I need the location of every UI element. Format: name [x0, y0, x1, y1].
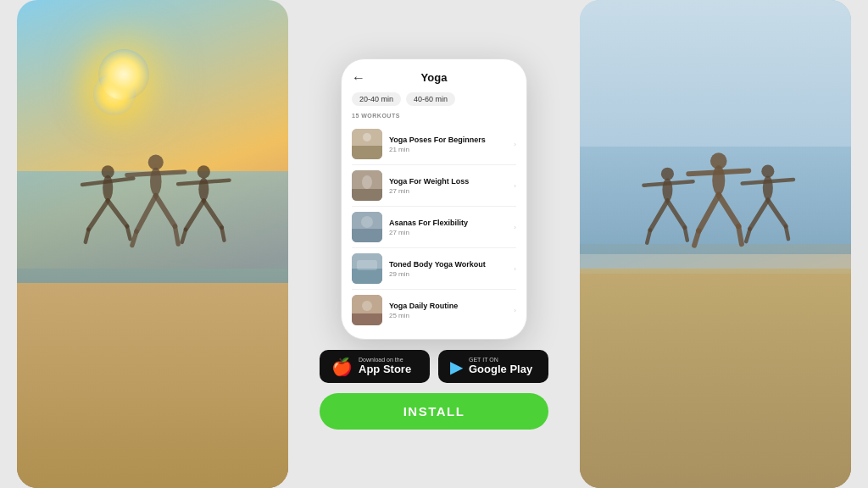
- svg-line-25: [650, 201, 667, 230]
- left-side-image: [17, 0, 288, 488]
- svg-line-30: [688, 171, 748, 175]
- center-content: ← Yoga 20-40 min 40-60 min 15 WORKOUTS: [320, 58, 548, 430]
- svg-rect-55: [352, 313, 382, 325]
- svg-rect-43: [352, 146, 382, 159]
- svg-line-34: [694, 231, 698, 246]
- svg-line-4: [89, 201, 108, 230]
- app-store-subtitle: Download on the: [359, 357, 411, 363]
- svg-line-32: [698, 195, 718, 230]
- svg-line-31: [719, 195, 738, 226]
- svg-point-0: [103, 175, 113, 201]
- app-store-name: App Store: [359, 363, 411, 376]
- phone-mockup: ← Yoga 20-40 min 40-60 min 15 WORKOUTS: [341, 58, 527, 340]
- phone-title: Yoga: [421, 71, 448, 84]
- right-side-image: [580, 0, 851, 488]
- svg-line-33: [738, 226, 742, 244]
- svg-point-56: [362, 301, 372, 311]
- filter-pill-1[interactable]: 40-60 min: [406, 92, 455, 106]
- app-store-button[interactable]: 🍎 Download on the App Store: [320, 350, 430, 383]
- workout-chevron-1: ›: [514, 182, 516, 190]
- app-store-text: Download on the App Store: [359, 357, 411, 376]
- back-button[interactable]: ←: [352, 70, 365, 86]
- apple-icon: 🍎: [331, 358, 353, 375]
- workout-duration-0: 21 min: [389, 146, 507, 153]
- svg-line-5: [127, 226, 131, 239]
- svg-rect-49: [352, 229, 382, 242]
- svg-line-17: [203, 201, 221, 228]
- workout-thumb-4: [352, 295, 382, 325]
- svg-point-50: [361, 216, 373, 228]
- workout-info-0: Yoga Poses For Beginners 21 min: [389, 136, 507, 153]
- svg-line-18: [186, 201, 203, 230]
- svg-line-10: [156, 196, 175, 226]
- workout-item-3[interactable]: Toned Body Yoga Workout 29 min ›: [352, 248, 516, 290]
- workout-duration-4: 25 min: [389, 312, 507, 319]
- workouts-count: 15 WORKOUTS: [352, 113, 516, 119]
- workout-name-0: Yoga Poses For Beginners: [389, 136, 507, 146]
- svg-line-11: [136, 196, 156, 231]
- workout-thumb-3: [352, 253, 382, 284]
- svg-line-26: [685, 228, 687, 241]
- workout-item-1[interactable]: Yoga For Weight Loss 27 min ›: [352, 165, 516, 207]
- workout-duration-2: 27 min: [389, 229, 507, 236]
- filter-pills: 20-40 min 40-60 min: [352, 92, 516, 106]
- workout-thumb-0: [352, 129, 382, 159]
- google-play-text: GET IT ON Google Play: [469, 357, 532, 376]
- svg-line-9: [127, 172, 185, 175]
- background: ← Yoga 20-40 min 40-60 min 15 WORKOUTS: [0, 0, 868, 488]
- svg-line-3: [108, 201, 127, 226]
- workout-duration-1: 27 min: [389, 187, 507, 195]
- svg-line-38: [768, 201, 786, 227]
- svg-line-6: [86, 230, 89, 242]
- workout-info-2: Asanas For Flexibility 27 min: [389, 219, 507, 236]
- google-play-button[interactable]: ▶ GET IT ON Google Play: [438, 350, 548, 383]
- install-button[interactable]: INSTALL: [320, 393, 548, 430]
- workout-item-2[interactable]: Asanas For Flexibility 27 min ›: [352, 207, 516, 248]
- workout-info-3: Toned Body Yoga Workout 29 min: [389, 260, 507, 278]
- svg-point-14: [198, 166, 210, 179]
- workout-chevron-0: ›: [514, 141, 516, 148]
- svg-line-19: [221, 228, 224, 241]
- phone-header: ← Yoga: [352, 71, 516, 84]
- svg-point-44: [363, 133, 371, 141]
- svg-line-40: [786, 226, 788, 239]
- workout-chevron-3: ›: [514, 265, 516, 273]
- svg-line-39: [750, 201, 768, 230]
- workout-thumb-1: [352, 170, 382, 201]
- svg-rect-53: [357, 260, 377, 270]
- google-play-icon: ▶: [450, 358, 463, 375]
- workout-duration-3: 29 min: [389, 270, 507, 278]
- svg-rect-46: [352, 189, 382, 201]
- google-play-subtitle: GET IT ON: [469, 357, 532, 363]
- svg-line-16: [178, 180, 229, 185]
- google-play-name: Google Play: [469, 363, 532, 376]
- workout-name-2: Asanas For Flexibility: [389, 219, 507, 229]
- workout-chevron-2: ›: [514, 224, 516, 231]
- workout-item-0[interactable]: Yoga Poses For Beginners 21 min ›: [352, 124, 516, 165]
- workout-item-4[interactable]: Yoga Daily Routine 25 min ›: [352, 290, 516, 330]
- svg-line-27: [647, 230, 650, 243]
- svg-line-12: [175, 226, 178, 244]
- svg-line-20: [182, 230, 186, 242]
- workout-list: Yoga Poses For Beginners 21 min ›: [352, 124, 516, 330]
- filter-pill-0[interactable]: 20-40 min: [352, 92, 401, 106]
- svg-point-47: [362, 175, 372, 189]
- svg-point-1: [102, 166, 114, 179]
- svg-line-37: [743, 180, 793, 184]
- store-buttons: 🍎 Download on the App Store ▶ GET IT ON …: [320, 350, 548, 383]
- svg-rect-52: [352, 269, 382, 284]
- svg-line-23: [644, 182, 693, 186]
- workout-name-3: Toned Body Yoga Workout: [389, 260, 507, 270]
- workout-name-1: Yoga For Weight Loss: [389, 177, 507, 187]
- svg-line-24: [667, 201, 684, 228]
- workout-info-1: Yoga For Weight Loss 27 min: [389, 177, 507, 195]
- workout-info-4: Yoga Daily Routine 25 min: [389, 302, 507, 319]
- svg-line-13: [132, 231, 136, 246]
- workout-chevron-4: ›: [514, 307, 516, 314]
- workout-thumb-2: [352, 212, 382, 242]
- workout-name-4: Yoga Daily Routine: [389, 302, 507, 312]
- svg-line-41: [746, 229, 750, 241]
